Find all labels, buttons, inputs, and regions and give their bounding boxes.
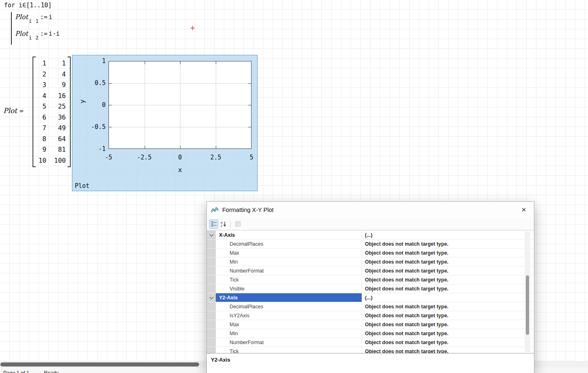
property-value[interactable]: Object does not match target type. [362,338,534,347]
property-row[interactable]: NumberFormat Object does not match targe… [207,338,534,347]
xy-plot-region[interactable]: 1 0.5 0 -0.5 -1 -5 -2.5 0 2.5 5 y x Plot [72,55,258,191]
chevron-down-icon [209,232,213,236]
plot-region-name[interactable]: Plot [75,182,89,190]
row-gutter [207,284,216,293]
property-name[interactable]: Min [216,257,362,266]
property-value[interactable]: Object does not match target type. [362,311,534,320]
property-row[interactable]: Min Object does not match target type. [207,257,534,266]
property-row[interactable]: NumberFormat Object does not match targe… [207,266,534,275]
plot-axes-box[interactable] [108,61,252,149]
definition-operator: := [40,30,48,37]
variable-subscript: i 2 [29,35,39,41]
matrix-row: 864 [36,134,66,144]
property-name[interactable]: Max [216,249,362,257]
property-grid[interactable]: X-Axis (...) DecimalPlaces Object does n… [207,230,534,353]
formatting-xy-plot-dialog[interactable]: Formatting X-Y Plot ✕ A Z [206,201,534,373]
property-row[interactable]: DecimalPlaces Object does not match targ… [207,240,534,249]
assignment-expression-2[interactable]: Ploti 2:=i·i [15,30,60,37]
matrix-result[interactable]: 11 24 39 416 525 636 749 864 981 10100 [33,57,71,167]
matrix-row: 525 [36,101,66,111]
x-axis-label[interactable]: x [168,166,192,174]
tick-mark [109,83,112,84]
matrix-row: 416 [36,91,66,101]
property-pages-button[interactable] [233,220,242,229]
property-row[interactable]: Min Object does not match target type. [207,329,534,338]
tick-mark [216,146,216,148]
property-name[interactable]: DecimalPlaces [216,302,362,311]
matrix-row: 39 [36,80,66,90]
svg-text:A: A [221,221,223,224]
assignment-expression-1[interactable]: Ploti 1:=i [15,13,52,21]
property-value[interactable]: Object does not match target type. [362,347,534,353]
row-gutter [207,338,216,347]
property-value[interactable]: Object does not match target type. [362,249,534,257]
property-pages-icon [235,221,241,227]
page-indicator: Page 1 of 1 [3,370,29,373]
property-value[interactable]: Object does not match target type. [362,320,534,329]
variable-name: Plot [15,30,28,37]
property-name[interactable]: NumberFormat [216,338,362,347]
definition-operator: := [40,13,48,21]
property-row[interactable]: Max Object does not match target type. [207,249,534,257]
property-row[interactable]: Max Object does not match target type. [207,320,534,329]
property-name[interactable]: Tick [216,275,362,284]
property-name[interactable]: DecimalPlaces [216,240,362,248]
property-row[interactable]: Tick Object does not match target type. [207,275,534,284]
matrix-cell: 8 [36,134,46,144]
y-tick-label: 1 [81,57,106,65]
property-value[interactable]: (...) [362,293,534,302]
tick-mark [248,127,251,127]
property-name[interactable]: Max [216,320,362,329]
category-row-x-axis[interactable]: X-Axis (...) [207,231,534,240]
property-name[interactable]: IsY2Axis [216,311,362,320]
category-row-y2-axis-selected[interactable]: Y2-Axis (...) [207,293,534,302]
property-row[interactable]: IsY2Axis Object does not match target ty… [207,311,534,320]
row-gutter [207,347,216,353]
x-tick-label: 0 [168,154,192,161]
property-row[interactable]: DecimalPlaces Object does not match targ… [207,302,534,311]
worksheet-crosshair-cursor: + [190,23,195,33]
close-icon[interactable]: ✕ [518,204,530,216]
property-row[interactable]: Visible Object does not match target typ… [207,284,534,293]
variable-name: Plot [3,107,17,115]
property-value[interactable]: (...) [362,231,534,239]
category-expander[interactable] [207,293,216,302]
description-title: Y2-Axis [211,357,230,363]
categorized-view-button[interactable] [209,220,218,229]
tick-mark [248,83,251,84]
property-value[interactable]: Object does not match target type. [362,284,534,293]
property-value[interactable]: Object does not match target type. [362,275,534,284]
property-value[interactable]: Object does not match target type. [362,240,534,248]
property-value[interactable]: Object does not match target type. [362,257,534,266]
matrix-cell: 2 [36,69,46,79]
categorized-icon [211,221,217,227]
for-loop-expression[interactable]: for i∈[1..10] [4,2,52,9]
horizontal-scrollbar-thumb[interactable] [0,362,199,366]
dialog-title-bar[interactable]: Formatting X-Y Plot ✕ [207,202,534,218]
property-grid-scrollbar-thumb[interactable] [526,275,529,335]
row-gutter [207,249,216,257]
matrix-cell: 64 [50,134,66,144]
property-row[interactable]: Tick Object does not match target type. [207,347,534,353]
property-value[interactable]: Object does not match target type. [362,302,534,311]
property-name[interactable]: Y2-Axis [216,293,362,302]
property-name[interactable]: X-Axis [216,231,362,239]
property-value[interactable]: Object does not match target type. [362,266,534,275]
category-expander[interactable] [207,231,216,239]
x-tick-label: 5 [239,154,264,161]
matrix-result-label[interactable]: Plot= [3,107,24,115]
property-grid-scrollbar[interactable] [525,231,530,352]
property-name[interactable]: Min [216,329,362,338]
alphabetical-sort-button[interactable]: A Z [219,220,228,229]
equals-sign: = [20,107,24,115]
matrix-cell: 100 [50,155,66,166]
property-name[interactable]: Tick [216,347,362,353]
property-name[interactable]: NumberFormat [216,266,362,275]
property-value[interactable]: Object does not match target type. [362,329,534,338]
chevron-down-icon [209,295,213,299]
property-name[interactable]: Visible [216,284,362,293]
matrix-row: 981 [36,144,66,155]
y-axis-label[interactable]: y [78,100,86,104]
dialog-title: Formatting X-Y Plot [222,207,273,213]
program-structure-bar [11,12,12,45]
